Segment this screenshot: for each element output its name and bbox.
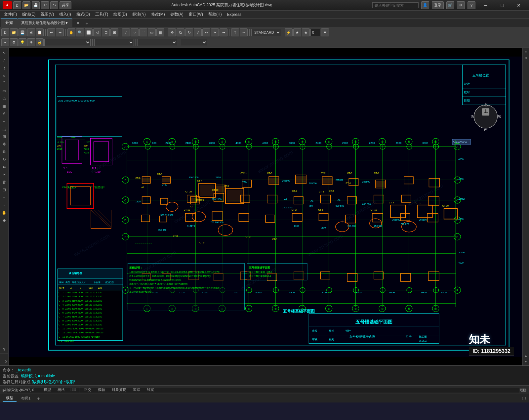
menu-tools[interactable]: 工具(T) bbox=[93, 11, 111, 18]
ortho-label[interactable]: 正交 bbox=[82, 387, 93, 392]
lt-3d[interactable]: ◆ bbox=[1, 217, 8, 224]
zoom-label[interactable]: 1:1 bbox=[517, 388, 526, 392]
rp-btn-1[interactable]: ≡ bbox=[523, 49, 529, 55]
tb-plot[interactable]: 📋 bbox=[36, 28, 44, 36]
menu-express[interactable]: Express bbox=[224, 12, 244, 18]
tb-arc[interactable]: ⌒ bbox=[139, 28, 147, 36]
tb-hatch[interactable]: ▦ bbox=[156, 28, 164, 36]
tb-save2[interactable]: 💾 bbox=[19, 28, 26, 36]
tb-new[interactable]: 🗋 bbox=[1, 28, 9, 36]
layer-dropdown[interactable]: ByLayer bbox=[44, 39, 91, 46]
otrack-label[interactable]: 追踪 bbox=[131, 387, 142, 392]
lt-ellipse[interactable]: ⬭ bbox=[1, 95, 8, 102]
layer-off-btn[interactable]: 💡 bbox=[19, 38, 26, 46]
menu-draw[interactable]: 绘图(D) bbox=[111, 11, 130, 18]
lt-select[interactable]: ↖ bbox=[1, 49, 8, 57]
lt-insert[interactable]: ⊞ bbox=[1, 133, 8, 140]
maximize-button[interactable]: □ bbox=[495, 1, 510, 10]
model-label[interactable]: 模型 bbox=[42, 387, 53, 392]
redo-button[interactable]: ↪ bbox=[50, 1, 58, 9]
open-button[interactable]: 📂 bbox=[22, 1, 30, 9]
tb-text[interactable]: T bbox=[231, 28, 239, 36]
cart-icon[interactable]: 🛒 bbox=[446, 1, 454, 9]
lt-zoom-in[interactable]: + bbox=[1, 194, 8, 201]
lt-rotate[interactable]: ↻ bbox=[1, 156, 8, 163]
tb-more1[interactable]: ⚡ bbox=[285, 28, 293, 36]
lt-erase[interactable]: 🗑 bbox=[1, 179, 8, 186]
menu-view[interactable]: 视图(V) bbox=[38, 11, 57, 18]
tb-print[interactable]: 🖨 bbox=[27, 28, 35, 36]
model-tab[interactable]: 模型 bbox=[3, 395, 17, 402]
menu-dimension[interactable]: 标注(N) bbox=[130, 11, 148, 18]
menu-params[interactable]: 参数(A) bbox=[168, 11, 186, 18]
tab-file[interactable]: 某院剪力墙住宅结构设计图▼ bbox=[17, 19, 72, 27]
add-layout-button[interactable]: + bbox=[35, 396, 42, 401]
lt-dim[interactable]: ↔ bbox=[1, 118, 8, 125]
new-tab-button[interactable]: + bbox=[84, 20, 90, 27]
tb-extend[interactable]: ⇥ bbox=[220, 28, 227, 36]
tb-move[interactable]: ✥ bbox=[168, 28, 176, 36]
save-button[interactable]: 💾 bbox=[32, 1, 40, 9]
lt-hatch[interactable]: ▦ bbox=[1, 103, 8, 110]
scale-input[interactable] bbox=[310, 29, 320, 36]
polar-label[interactable]: 极轴 bbox=[96, 387, 107, 392]
tb-more4[interactable]: ▼ bbox=[321, 28, 329, 36]
lt-circle[interactable]: ○ bbox=[1, 72, 8, 79]
tb-copy[interactable]: ⧉ bbox=[177, 28, 184, 36]
menu-insert[interactable]: 插入(I) bbox=[57, 11, 73, 18]
linetype-dropdown[interactable]: ByLayer bbox=[138, 39, 177, 46]
layer-freeze-btn[interactable]: ❄ bbox=[27, 38, 35, 46]
tb-line[interactable]: / bbox=[122, 28, 130, 36]
tb-zoom-prev[interactable]: ◁ bbox=[93, 28, 101, 36]
lt-pline[interactable]: ⌇ bbox=[1, 64, 8, 72]
tb-scale[interactable]: ⤢ bbox=[194, 28, 202, 36]
color-dropdown[interactable]: ByLayer bbox=[94, 39, 134, 46]
layer-lock-btn[interactable]: 🔒 bbox=[36, 38, 44, 46]
minimize-button[interactable]: ─ bbox=[478, 1, 493, 10]
canvas-area[interactable]: 五号楼位置 设计 校对 日期 北 南 东 西 上 View bbox=[9, 48, 522, 365]
rp-scrolldown[interactable]: ▼ bbox=[523, 359, 529, 364]
tab-start[interactable]: 开始 bbox=[1, 18, 17, 27]
tb-trim[interactable]: ✂ bbox=[211, 28, 219, 36]
lt-copy[interactable]: ⧉ bbox=[1, 148, 8, 155]
lt-arc[interactable]: ⌒ bbox=[1, 80, 8, 87]
tb-zoom-extents[interactable]: ⊡ bbox=[102, 28, 110, 36]
tb-pan[interactable]: ✋ bbox=[67, 28, 75, 36]
tb-rect[interactable]: ▭ bbox=[148, 28, 156, 36]
lt-offset[interactable]: ⊟ bbox=[1, 186, 8, 193]
lt-trim[interactable]: ✂ bbox=[1, 171, 8, 178]
user-icon[interactable]: 👤 bbox=[421, 1, 429, 9]
tb-zoom-all[interactable]: ⊞ bbox=[110, 28, 118, 36]
rp-scrollup[interactable]: ▲ bbox=[523, 353, 529, 358]
menu-file[interactable]: 文件(F) bbox=[1, 11, 20, 18]
lt-rect[interactable]: ▭ bbox=[1, 87, 8, 95]
tb-redo[interactable]: ↪ bbox=[56, 28, 64, 36]
search-input[interactable] bbox=[372, 2, 419, 8]
lt-line[interactable]: / bbox=[1, 57, 8, 64]
text-style-dropdown[interactable]: STANDARD bbox=[251, 29, 281, 36]
help-icon[interactable]: ? bbox=[468, 1, 475, 9]
new-button[interactable]: 🗋 bbox=[13, 1, 21, 9]
menu-modify[interactable]: 修改(M) bbox=[148, 11, 168, 18]
undo-button[interactable]: ↩ bbox=[41, 1, 49, 9]
menu-format[interactable]: 格式(O) bbox=[74, 11, 93, 18]
close-button[interactable]: ✕ bbox=[511, 1, 526, 10]
share-button[interactable]: 共享 bbox=[60, 1, 71, 9]
menu-help[interactable]: 帮助(H) bbox=[206, 11, 224, 18]
tb-undo[interactable]: ↩ bbox=[47, 28, 55, 36]
lt-block[interactable]: ⬚ bbox=[1, 125, 8, 133]
signin-button[interactable]: 登录 bbox=[432, 1, 444, 9]
settings-icon[interactable]: ⚙ bbox=[457, 1, 465, 9]
tb-circle[interactable]: ○ bbox=[131, 28, 139, 36]
tb-mirror[interactable]: ⇔ bbox=[202, 28, 210, 36]
layer-props-btn[interactable]: ⚙ bbox=[10, 38, 18, 46]
menu-edit[interactable]: 编辑(E) bbox=[20, 11, 38, 18]
tb-zoom-window[interactable]: ⬜ bbox=[85, 28, 93, 36]
tb-dim[interactable]: ↔ bbox=[240, 28, 248, 36]
tb-more3[interactable]: ◈ bbox=[302, 28, 310, 36]
layer-btn[interactable]: ≡ bbox=[1, 38, 9, 46]
lineweight-dropdown[interactable]: ByColor bbox=[181, 39, 207, 46]
menu-window[interactable]: 窗口(W) bbox=[186, 11, 206, 18]
tb-zoom[interactable]: 🔍 bbox=[76, 28, 84, 36]
lt-text[interactable]: A bbox=[1, 110, 8, 117]
